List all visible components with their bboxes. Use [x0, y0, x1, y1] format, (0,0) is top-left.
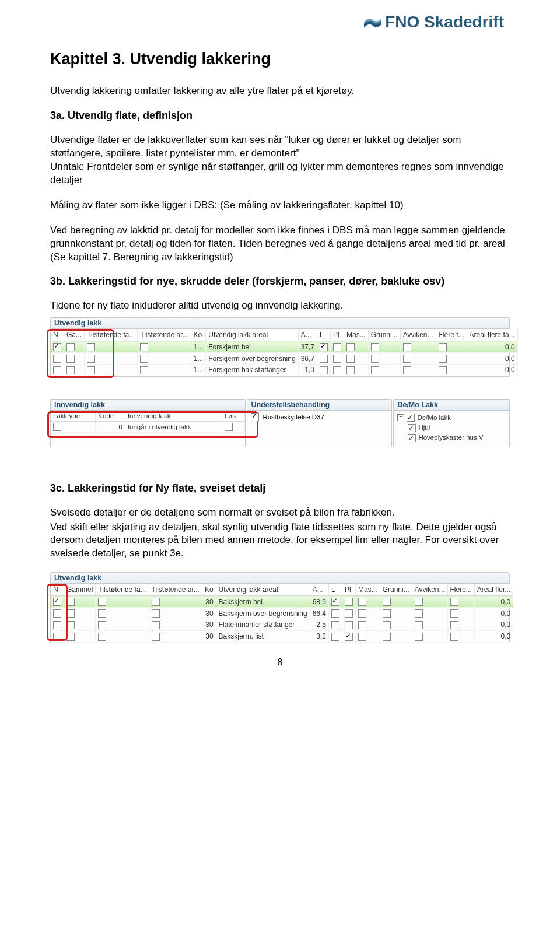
l-checkbox[interactable] [331, 633, 340, 641]
pl-checkbox[interactable] [345, 621, 353, 629]
tilst-ar-checkbox[interactable] [152, 609, 160, 618]
flere-checkbox[interactable] [450, 621, 459, 629]
tilst-ar-checkbox[interactable] [140, 366, 148, 374]
table-row[interactable]: 30Bakskjerm hel68,90,0 [51, 596, 513, 608]
column-header[interactable]: L [317, 329, 331, 341]
grunni-checkbox[interactable] [383, 609, 391, 618]
column-header[interactable]: Flere f... [436, 329, 467, 341]
n-checkbox[interactable] [53, 598, 61, 606]
table-row[interactable]: 1...Forskjerm hel37,70,0 [51, 341, 517, 353]
tilst-ar-checkbox[interactable] [140, 343, 148, 351]
table-row[interactable]: 30Flate innanfor støtfanger2,50,0 [51, 619, 513, 631]
flere-checkbox[interactable] [439, 355, 447, 363]
pl-checkbox[interactable] [333, 343, 341, 351]
n-checkbox[interactable] [53, 366, 61, 374]
column-header[interactable]: Tilstøtende ar... [149, 584, 202, 596]
gammel-checkbox[interactable] [66, 598, 75, 606]
gammel-checkbox[interactable] [66, 609, 75, 618]
flere-checkbox[interactable] [439, 366, 447, 374]
flere-checkbox[interactable] [450, 609, 459, 618]
rustbeskyttelse-checkbox[interactable] [251, 413, 259, 421]
demo-item-checkbox[interactable] [408, 424, 416, 432]
gammel-checkbox[interactable] [66, 633, 75, 641]
column-header[interactable]: Ko [191, 329, 206, 341]
gammel-checkbox[interactable] [66, 355, 75, 363]
mas-checkbox[interactable] [358, 633, 366, 641]
n-checkbox[interactable] [53, 355, 61, 363]
column-header[interactable]: A... [298, 329, 317, 341]
column-header[interactable]: Tilstøtende fa... [85, 329, 138, 341]
column-header[interactable]: Lakktype [51, 411, 96, 422]
column-header[interactable]: N [51, 584, 64, 596]
pl-checkbox[interactable] [345, 633, 353, 641]
lakktype-checkbox[interactable] [53, 423, 61, 431]
demo-root-checkbox[interactable] [407, 414, 415, 422]
l-checkbox[interactable] [331, 621, 340, 629]
column-header[interactable]: Kode [96, 411, 125, 422]
l-checkbox[interactable] [320, 355, 328, 363]
table-row[interactable]: 1...Forskjerm bak støtfanger1,00,0 [51, 365, 517, 376]
grunni-checkbox[interactable] [371, 366, 379, 374]
column-header[interactable]: Pl [342, 584, 356, 596]
tilst-fa-checkbox[interactable] [98, 633, 106, 641]
tilst-fa-checkbox[interactable] [87, 355, 95, 363]
column-header[interactable]: Gammel [64, 584, 96, 596]
flere-checkbox[interactable] [439, 343, 447, 351]
grunni-checkbox[interactable] [383, 633, 391, 641]
tilst-fa-checkbox[interactable] [98, 598, 106, 606]
tilst-ar-checkbox[interactable] [152, 598, 160, 606]
gammel-checkbox[interactable] [66, 621, 75, 629]
mas-checkbox[interactable] [346, 343, 355, 351]
column-header[interactable]: Mas... [356, 584, 380, 596]
flere-checkbox[interactable] [450, 598, 459, 606]
tilst-fa-checkbox[interactable] [87, 366, 95, 374]
column-header[interactable]: Løs [222, 411, 245, 422]
l-checkbox[interactable] [331, 598, 340, 606]
column-header[interactable]: A... [310, 584, 328, 596]
demo-item-checkbox[interactable] [408, 434, 416, 442]
column-header[interactable]: Grunni... [368, 329, 400, 341]
tilst-ar-checkbox[interactable] [152, 621, 160, 629]
table-row[interactable]: 30Bakskjerm, list3,20,0 [51, 630, 513, 642]
avviken-checkbox[interactable] [403, 355, 411, 363]
column-header[interactable]: Grunni... [380, 584, 412, 596]
pl-checkbox[interactable] [333, 366, 341, 374]
column-header[interactable]: Areal fler... [474, 584, 513, 596]
avviken-checkbox[interactable] [415, 633, 423, 641]
l-checkbox[interactable] [320, 343, 328, 351]
column-header[interactable]: Innvendig lakk [125, 411, 222, 422]
flere-checkbox[interactable] [450, 633, 459, 641]
pl-checkbox[interactable] [345, 609, 353, 618]
avviken-checkbox[interactable] [415, 598, 423, 606]
mas-checkbox[interactable] [358, 598, 366, 606]
tilst-fa-checkbox[interactable] [98, 621, 106, 629]
column-header[interactable]: Pl [331, 329, 344, 341]
gammel-checkbox[interactable] [66, 366, 75, 374]
column-header[interactable]: Areal flere fa... [467, 329, 517, 341]
n-checkbox[interactable] [53, 621, 61, 629]
l-checkbox[interactable] [320, 366, 328, 374]
l-checkbox[interactable] [331, 609, 340, 618]
column-header[interactable]: Avviken... [412, 584, 447, 596]
tilst-ar-checkbox[interactable] [152, 633, 160, 641]
mas-checkbox[interactable] [358, 609, 366, 618]
column-header[interactable]: N [51, 329, 64, 341]
table-row[interactable]: 30Bakskjerm over begrensning66,40,0 [51, 608, 513, 619]
gammel-checkbox[interactable] [66, 343, 75, 351]
grunni-checkbox[interactable] [383, 598, 391, 606]
avviken-checkbox[interactable] [415, 621, 423, 629]
mas-checkbox[interactable] [358, 621, 366, 629]
column-header[interactable]: Ko [202, 584, 216, 596]
n-checkbox[interactable] [53, 609, 61, 618]
column-header[interactable]: Tilstøtende ar... [138, 329, 191, 341]
avviken-checkbox[interactable] [403, 343, 411, 351]
tilst-fa-checkbox[interactable] [98, 609, 106, 618]
mas-checkbox[interactable] [346, 366, 355, 374]
tilst-ar-checkbox[interactable] [140, 355, 148, 363]
los-checkbox[interactable] [225, 423, 233, 431]
column-header[interactable]: Mas... [344, 329, 369, 341]
mas-checkbox[interactable] [346, 355, 355, 363]
grunni-checkbox[interactable] [371, 343, 379, 351]
pl-checkbox[interactable] [333, 355, 341, 363]
column-header[interactable]: Ga... [64, 329, 85, 341]
